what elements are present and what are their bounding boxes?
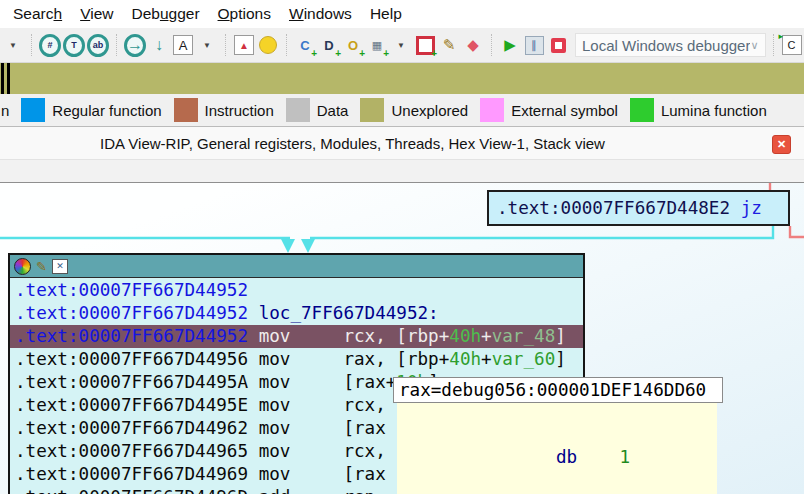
toolbar-separator [116, 34, 117, 56]
toolbar-overflow-icon[interactable]: ▼ [2, 34, 24, 56]
navband-marker [7, 63, 10, 95]
dock-tab-title[interactable]: IDA View-RIP, General registers, Modules… [0, 135, 605, 152]
tooltip-line: db 1 [397, 445, 717, 470]
legend-chip-regular-function [21, 98, 45, 122]
debugger-pause-icon[interactable]: ∥ [523, 34, 545, 56]
font-selector-icon[interactable]: A [172, 34, 194, 56]
legend-chip-unexplored [360, 98, 384, 122]
marker-icon[interactable]: ▲ [233, 34, 255, 56]
yellow-dot-icon[interactable] [257, 34, 279, 56]
define-number-icon[interactable]: # [39, 34, 61, 56]
close-icon[interactable]: ✕ [772, 135, 791, 154]
disasm-row-current[interactable]: .text:00007FF667D44952 mov rcx, [rbp+40h… [10, 325, 583, 348]
register-tooltip-body: db 1 db 6Ch ; l db 73h ; s db 0ABh [397, 403, 717, 494]
menu-search[interactable]: Search [4, 5, 71, 23]
legend-label: External symbol [511, 102, 618, 119]
legend-chip-lumina-function [630, 98, 654, 122]
add-c-item-icon[interactable]: C+ [294, 34, 316, 56]
debugger-stop-icon[interactable] [547, 34, 569, 56]
node-title-bar[interactable]: ✎ ✕ [10, 255, 583, 278]
add-segment-icon[interactable]: ▦+ [366, 34, 388, 56]
disasm-row[interactable]: .text:00007FF667D44952 loc_7FF667D44952: [10, 302, 583, 325]
jump-icon[interactable]: → [124, 34, 146, 56]
edit-icon[interactable]: ✎ [438, 34, 460, 56]
font-selector-caret-icon[interactable]: ▼ [196, 34, 218, 56]
legend-chip-data [286, 98, 310, 122]
menu-help[interactable]: Help [361, 5, 411, 23]
chevron-down-icon: ∨ [750, 39, 758, 52]
disasm-row[interactable]: .text:00007FF667D44956 mov rax, [rbp+40h… [10, 348, 583, 371]
dock-strip [0, 160, 804, 183]
toolbar: ▼ # T ab → ↓ A ▼ ▲ C+ D+ O+ ▦+ ▼ + ✎ ◆ ▶… [0, 28, 804, 62]
define-text-icon[interactable]: T [63, 34, 85, 56]
add-item-caret-icon[interactable]: ▼ [390, 34, 412, 56]
node-mnemonic: jz [741, 198, 762, 218]
navband-marker [1, 63, 4, 95]
register-tooltip-header: rax=debug056:000001DEF146DD60 [393, 377, 723, 403]
node-address: .text:00007FF667D448E2 [497, 198, 741, 218]
quick-debug-view-icon[interactable]: C▸ [781, 34, 803, 56]
navband-legend: n Regular function Instruction Data Unex… [0, 94, 804, 126]
menu-view[interactable]: View [71, 5, 122, 23]
graph-node-jz[interactable]: .text:00007FF667D448E2 jz [487, 190, 790, 226]
legend-label: Regular function [52, 102, 161, 119]
add-enum-icon[interactable]: O+ [342, 34, 364, 56]
delete-icon[interactable]: ◆ [462, 34, 484, 56]
navigation-band[interactable] [0, 62, 804, 94]
define-string-icon[interactable]: ab [87, 34, 109, 56]
toolbar-separator [286, 34, 287, 56]
legend-label: Unexplored [391, 102, 468, 119]
node-edit-pencil-icon[interactable]: ✎ [36, 260, 47, 273]
legend-truncated-label: n [1, 102, 9, 119]
ida-window: Search View Debugger Options Windows Hel… [0, 0, 804, 494]
legend-label: Lumina function [661, 102, 767, 119]
legend-chip-instruction [174, 98, 198, 122]
toolbar-separator [773, 34, 774, 56]
node-collapse-icon[interactable]: ✕ [52, 259, 68, 274]
menu-windows[interactable]: Windows [280, 5, 361, 23]
legend-label: Data [317, 102, 349, 119]
add-frame-icon[interactable]: + [414, 34, 436, 56]
legend-label: Instruction [205, 102, 274, 119]
debugger-start-icon[interactable]: ▶ [499, 34, 521, 56]
add-d-item-icon[interactable]: D+ [318, 34, 340, 56]
legend-chip-external-symbol [480, 98, 504, 122]
graph-view[interactable]: .text:00007FF667D448E2 jz ✎ ✕ .text:0000… [0, 183, 804, 494]
node-color-wheel-icon[interactable] [14, 258, 31, 275]
dock-tab-bar: IDA View-RIP, General registers, Modules… [0, 126, 804, 160]
toolbar-separator [31, 34, 32, 56]
toolbar-separator [225, 34, 226, 56]
disasm-row[interactable]: .text:00007FF667D44952 [10, 279, 583, 302]
debugger-selector[interactable]: Local Windows debugger ∨ [575, 33, 766, 57]
follow-jump-icon[interactable]: ↓ [148, 34, 170, 56]
toolbar-separator [491, 34, 492, 56]
menu-debugger[interactable]: Debugger [122, 5, 208, 23]
menu-bar: Search View Debugger Options Windows Hel… [0, 0, 804, 28]
menu-options[interactable]: Options [209, 5, 280, 23]
